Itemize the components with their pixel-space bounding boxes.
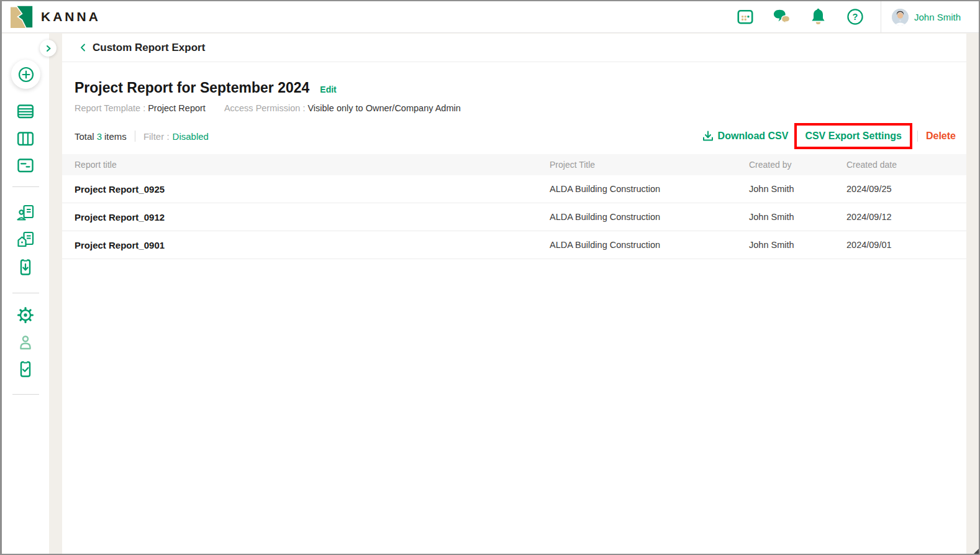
sidebar-item-import[interactable] <box>16 258 35 277</box>
report-template-value: Project Report <box>148 103 206 113</box>
main-panel: Custom Report Export Project Report for … <box>62 34 966 554</box>
house-document-icon <box>16 231 35 249</box>
user-name: John Smith <box>914 12 961 22</box>
report-meta: Report Template :Project Report Access P… <box>75 103 966 113</box>
cell-created-by: John Smith <box>749 240 846 250</box>
cell-created-date: 2024/09/01 <box>846 240 966 250</box>
sidebar-item-board-view[interactable] <box>16 129 35 148</box>
sidebar-divider <box>12 186 39 187</box>
window-resize-grip[interactable] <box>974 549 979 554</box>
toolbar-divider <box>917 131 918 142</box>
sidebar-divider <box>12 394 39 395</box>
cell-report-title[interactable]: Project Report_0925 <box>75 184 550 195</box>
kanna-app-window: { "colors": { "green": "#009f6d", "logo_… <box>0 0 980 555</box>
sidebar-nav <box>2 34 49 554</box>
brand-logo[interactable]: KANNA <box>2 6 101 28</box>
filter-value[interactable]: Disabled <box>173 131 209 142</box>
clipboard-check-icon <box>16 360 35 378</box>
red-annotation-box: CSV Export Settings <box>794 123 912 149</box>
sidebar-item-tasks[interactable] <box>16 360 35 378</box>
person-icon <box>16 333 35 352</box>
user-menu[interactable]: John Smith <box>881 9 979 25</box>
sidebar-item-contacts[interactable] <box>16 204 35 222</box>
help-icon[interactable]: ? <box>846 8 864 25</box>
sidebar-divider <box>12 293 39 293</box>
cell-report-title[interactable]: Project Report_0912 <box>75 212 550 222</box>
person-document-icon <box>16 204 35 222</box>
download-icon <box>702 131 714 142</box>
total-count: 3 <box>97 131 102 142</box>
chat-icon[interactable] <box>773 8 791 25</box>
kanna-logo-icon <box>11 6 33 28</box>
svg-text:?: ? <box>853 12 858 22</box>
clipboard-download-icon <box>16 258 35 277</box>
sidebar-item-report-card[interactable] <box>16 156 35 175</box>
access-permission-label: Access Permission : <box>224 103 306 113</box>
delete-button[interactable]: Delete <box>926 131 956 142</box>
title-row: Project Report for September 2024 Edit <box>75 80 966 96</box>
plus-circle-icon <box>17 65 35 84</box>
download-csv-button[interactable]: Download CSV <box>702 131 789 142</box>
brand-name: KANNA <box>41 9 101 24</box>
list-rows-icon <box>16 102 35 121</box>
cell-report-title[interactable]: Project Report_0901 <box>75 240 550 250</box>
list-summary: Total 3 items Filter : Disabled <box>75 131 209 142</box>
csv-export-settings-button[interactable]: CSV Export Settings <box>805 131 902 142</box>
total-suffix: items <box>104 131 127 142</box>
toolbar-divider <box>135 131 135 142</box>
calendar-icon[interactable] <box>737 8 754 25</box>
reports-table: Report title Project Title Created by Cr… <box>62 154 966 259</box>
bell-icon[interactable] <box>810 8 827 25</box>
column-header-report-title: Report title <box>75 160 550 170</box>
chevron-right-icon <box>45 45 52 52</box>
column-header-created-by: Created by <box>749 160 846 170</box>
cell-project-title: ALDA Building Construction <box>550 184 749 194</box>
access-permission-pair: Access Permission :Visible only to Owner… <box>224 103 461 113</box>
sidebar-item-list-view[interactable] <box>16 102 35 121</box>
table-row[interactable]: Project Report_0912 ALDA Building Constr… <box>62 203 966 231</box>
chevron-left-icon[interactable] <box>80 44 86 52</box>
filter-label: Filter : <box>143 131 170 142</box>
sidebar-item-settings[interactable] <box>16 306 35 324</box>
report-template-label: Report Template : <box>75 103 145 113</box>
top-header: KANNA <box>2 1 979 33</box>
report-card-icon <box>16 156 35 175</box>
kanban-columns-icon <box>16 129 35 148</box>
report-template-pair: Report Template :Project Report <box>75 103 206 113</box>
cell-project-title: ALDA Building Construction <box>550 240 749 250</box>
sidebar-item-member[interactable] <box>16 333 35 352</box>
header-icon-group: ? <box>737 8 881 25</box>
page-title: Project Report for September 2024 <box>75 80 309 96</box>
sidebar-expand-button[interactable] <box>40 40 57 57</box>
column-header-project-title: Project Title <box>550 160 749 170</box>
cell-created-by: John Smith <box>749 184 846 194</box>
table-row[interactable]: Project Report_0925 ALDA Building Constr… <box>62 175 966 203</box>
breadcrumb: Custom Report Export <box>62 34 966 62</box>
edit-link[interactable]: Edit <box>320 85 336 94</box>
list-toolbar: Total 3 items Filter : Disabled Download… <box>62 122 966 150</box>
table-row[interactable]: Project Report_0901 ALDA Building Constr… <box>62 231 966 259</box>
avatar <box>892 9 909 25</box>
cell-created-date: 2024/09/12 <box>846 212 966 222</box>
gear-icon <box>16 306 35 324</box>
cell-created-by: John Smith <box>749 212 846 222</box>
access-permission-value: Visible only to Owner/Company Admin <box>307 103 460 113</box>
download-csv-label: Download CSV <box>718 131 789 142</box>
cell-project-title: ALDA Building Construction <box>550 212 749 222</box>
breadcrumb-label[interactable]: Custom Report Export <box>93 42 205 54</box>
header-right: ? John Smith <box>737 1 979 32</box>
sidebar-item-projects[interactable] <box>16 231 35 249</box>
column-header-created-date: Created date <box>846 160 966 170</box>
cell-created-date: 2024/09/25 <box>846 184 966 194</box>
table-header-row: Report title Project Title Created by Cr… <box>62 154 966 175</box>
sidebar-create-button[interactable] <box>11 60 40 89</box>
total-label: Total <box>75 131 94 142</box>
toolbar-actions: Download CSV CSV Export Settings Delete <box>702 123 956 149</box>
